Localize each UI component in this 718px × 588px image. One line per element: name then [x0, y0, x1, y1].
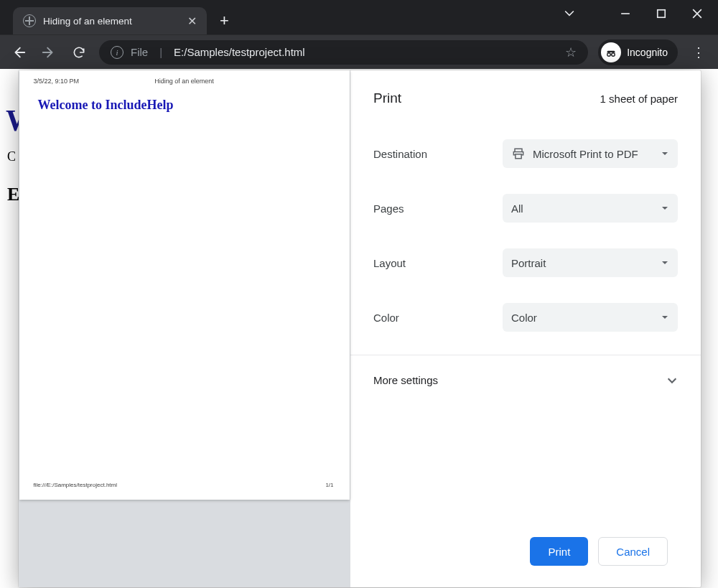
chevron-down-icon: [666, 375, 678, 386]
print-preview-pane[interactable]: 3/5/22, 9:10 PM Hiding of an element Wel…: [19, 70, 350, 587]
tab-title: Hiding of an element: [43, 16, 132, 27]
reload-button[interactable]: [69, 42, 89, 62]
cancel-button-label: Cancel: [616, 546, 650, 558]
close-tab-icon[interactable]: ✕: [187, 14, 197, 28]
window-titlebar: Hiding of an element ✕ +: [0, 0, 718, 34]
svg-point-3: [612, 52, 615, 56]
behind-line-e: E: [7, 184, 19, 205]
forward-button[interactable]: [39, 42, 59, 62]
back-button[interactable]: [9, 42, 29, 62]
label-destination: Destination: [373, 148, 427, 160]
label-more-settings: More settings: [373, 374, 438, 386]
maximize-icon[interactable]: [656, 9, 666, 19]
print-title: Print: [373, 90, 401, 106]
info-icon[interactable]: i: [111, 46, 123, 59]
close-window-icon[interactable]: [692, 9, 702, 19]
chevron-down-icon[interactable]: [564, 9, 574, 19]
pages-value: All: [511, 202, 523, 215]
destination-value: Microsoft Print to PDF: [533, 148, 638, 160]
svg-point-2: [607, 52, 611, 56]
label-color: Color: [373, 312, 399, 324]
print-dialog: 3/5/22, 9:10 PM Hiding of an element Wel…: [19, 70, 701, 587]
more-settings-toggle[interactable]: More settings: [350, 355, 701, 405]
preview-header-title: Hiding of an element: [154, 78, 214, 85]
printer-icon: [511, 146, 526, 161]
preview-content-title: Welcome to IncludeHelp: [38, 98, 174, 113]
print-preview-page: 3/5/22, 9:10 PM Hiding of an element Wel…: [19, 70, 350, 500]
url-scheme: File: [131, 46, 148, 58]
label-layout: Layout: [373, 257, 406, 269]
preview-footer-page: 1/1: [325, 482, 333, 488]
browser-tab[interactable]: Hiding of an element ✕: [13, 7, 207, 34]
color-value: Color: [511, 312, 537, 324]
chevron-down-icon: [661, 258, 669, 267]
chevron-down-icon: [661, 313, 669, 322]
preview-header-date: 3/5/22, 9:10 PM: [34, 78, 80, 85]
pages-select[interactable]: All: [503, 194, 678, 223]
preview-footer-path: file:///E:/Samples/testproject.html: [34, 482, 118, 488]
incognito-icon: [601, 42, 621, 62]
window-controls: [564, 0, 718, 27]
menu-kebab-icon[interactable]: ⋮: [688, 45, 709, 60]
color-select[interactable]: Color: [503, 303, 678, 332]
sheet-count: 1 sheet of paper: [600, 93, 678, 105]
globe-icon: [23, 14, 36, 27]
svg-rect-1: [658, 10, 666, 18]
print-button-label: Print: [548, 546, 570, 558]
browser-toolbar: i File | E:/Samples/testproject.html ☆ I…: [0, 34, 718, 69]
layout-select[interactable]: Portrait: [503, 248, 678, 277]
address-bar[interactable]: i File | E:/Samples/testproject.html ☆: [99, 40, 588, 65]
print-button[interactable]: Print: [530, 537, 588, 566]
cancel-button[interactable]: Cancel: [598, 537, 668, 566]
bookmark-star-icon[interactable]: ☆: [565, 45, 577, 60]
minimize-icon[interactable]: [620, 9, 630, 19]
incognito-badge[interactable]: Incognito: [598, 39, 678, 65]
print-options-pane: Print 1 sheet of paper Destination Micro…: [350, 70, 701, 587]
destination-select[interactable]: Microsoft Print to PDF: [503, 139, 678, 168]
incognito-label: Incognito: [627, 47, 668, 58]
chevron-down-icon: [661, 204, 669, 213]
label-pages: Pages: [373, 202, 404, 215]
layout-value: Portrait: [511, 257, 546, 269]
new-tab-button[interactable]: +: [207, 7, 242, 34]
url-separator: |: [155, 46, 167, 58]
chevron-down-icon: [661, 149, 669, 158]
behind-line-c: C: [7, 149, 16, 164]
url-path: E:/Samples/testproject.html: [174, 46, 305, 58]
